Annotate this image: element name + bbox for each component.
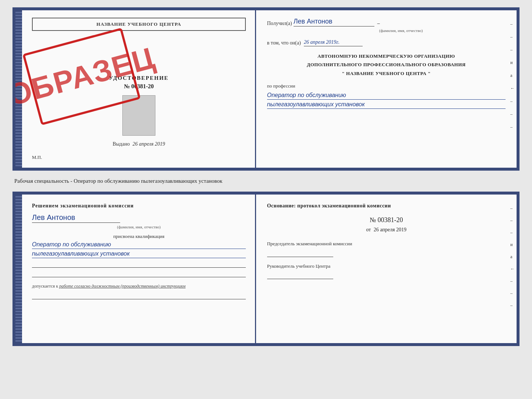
dash-arrow: ← (510, 86, 515, 91)
organization-block: АВТОНОМНУЮ НЕКОММЕРЧЕСКУЮ ОРГАНИЗАЦИЮ ДО… (267, 52, 506, 78)
udostoverenie-title: УДОСТОВЕРЕНИЕ (32, 75, 246, 81)
poluchil-line: Получил(а) Лев Антонов – (267, 18, 506, 26)
org-line2: ДОПОЛНИТЕЛЬНОГО ПРОФЕССИОНАЛЬНОГО ОБРАЗО… (267, 60, 506, 69)
protocol-number: № 00381-20 (267, 216, 506, 224)
bottom-right: Основание: протокол экзаменационной коми… (256, 195, 517, 343)
dash-ba: а (510, 254, 515, 260)
org-quote-close: " (428, 71, 431, 76)
dash-1: – (510, 21, 515, 27)
dash-6: – (510, 124, 515, 130)
certificate-bottom: Решением экзаменационной комиссии Лев Ан… (12, 192, 520, 346)
school-name-text: НАЗВАНИЕ УЧЕБНОГО ЦЕНТРА (97, 21, 181, 27)
fio-hint-bottom: (фамилия, имя, отчество) (32, 225, 246, 229)
bottom-left: Решением экзаменационной комиссии Лев Ан… (15, 195, 256, 343)
poluchil-dash: – (377, 21, 380, 26)
org-name: НАЗВАНИЕ УЧЕБНОГО ЦЕНТРА (346, 71, 427, 76)
vydano-label: Выдано (113, 141, 130, 147)
predsedatel-signature-line (267, 250, 333, 257)
rukovoditel-block: Руководитель учебного Центра (267, 263, 506, 279)
poluchil-label: Получил(а) (267, 21, 292, 26)
ot-prefix: от (366, 227, 371, 232)
border-strip-left (15, 10, 22, 168)
mp-line: М.П. (32, 154, 246, 160)
fio-hint-top: (фамилия, имя, отчество) (296, 28, 506, 33)
bottom-left-content: Решением экзаменационной комиссии Лев Ан… (32, 202, 246, 299)
blank-line-1 (32, 261, 246, 268)
dash-5: – (510, 111, 515, 117)
dash-b6: – (510, 303, 515, 308)
dash-bi: и (510, 242, 515, 247)
blank-line-2 (32, 271, 246, 277)
document-container: НАЗВАНИЕ УЧЕБНОГО ЦЕНТРА ОБРАЗЕЦ УДОСТОВ… (12, 7, 520, 346)
dopuskaetsya-label: допускается к (32, 284, 58, 289)
dash-4: – (510, 99, 515, 104)
dash-b3: – (510, 230, 515, 235)
dash-b1: – (510, 206, 515, 211)
udostoverenie-number: № 00381-20 (32, 83, 246, 90)
dash-barrow: ← (510, 266, 515, 272)
right-dashes-bottom: – – – и а ← – – – (510, 206, 515, 308)
ot-date: от 26 апреля 2019 (267, 227, 506, 233)
certificate-top: НАЗВАНИЕ УЧЕБНОГО ЦЕНТРА ОБРАЗЕЦ УДОСТОВ… (12, 7, 520, 171)
cert-left: НАЗВАНИЕ УЧЕБНОГО ЦЕНТРА ОБРАЗЕЦ УДОСТОВ… (15, 10, 256, 168)
prof-line2: пылегазоулавливающих установок (267, 101, 506, 109)
dopuskaetsya-value: работе согласно должностным (производств… (59, 284, 186, 289)
photo-placeholder (122, 95, 155, 136)
border-strip-bottom-left (15, 195, 22, 343)
dash-2: – (510, 34, 515, 40)
resheniem-text: Решением экзаменационной комиссии (32, 202, 246, 210)
dash-a: а (510, 73, 515, 78)
dash-i: и (510, 60, 515, 65)
ot-date-value: 26 апреля 2019 (374, 227, 406, 232)
predsedatel-block: Председатель экзаменационной комиссии (267, 240, 506, 257)
predsedatel-label: Председатель экзаменационной комиссии (267, 240, 506, 247)
po-professii-label: по профессии (267, 83, 506, 89)
org-quote-open: " (342, 71, 345, 76)
dash-3: – (510, 47, 515, 53)
dopuskaetsya-text: допускается к работе согласно должностны… (32, 283, 246, 290)
poluchil-name: Лев Антонов (294, 18, 374, 26)
school-name-box: НАЗВАНИЕ УЧЕБНОГО ЦЕНТРА (32, 18, 246, 31)
vtom-date: 26 апреля 2019г. (304, 39, 363, 46)
dash-b5: – (510, 291, 515, 296)
cert-right: Получил(а) Лев Антонов – (фамилия, имя, … (256, 10, 517, 168)
vydano-line: Выдано 26 апреля 2019 (32, 141, 246, 147)
dash-b4: – (510, 278, 515, 284)
vydano-date: 26 апреля 2019 (133, 141, 165, 147)
kval-line1: Оператор по обслуживанию (32, 241, 246, 249)
rukovoditel-signature-line (267, 272, 333, 279)
prisvoena-label: присвоена квалификация (32, 234, 246, 239)
prof-line1: Оператор по обслуживанию (267, 92, 506, 100)
kval-line2: пылегазоулавливающих установок (32, 250, 246, 258)
separator-text: Рабочая специальность - Оператор по обсл… (12, 175, 520, 187)
udostoverenie-block: УДОСТОВЕРЕНИЕ № 00381-20 (32, 75, 246, 90)
blank-line-3 (32, 293, 246, 299)
org-line1: АВТОНОМНУЮ НЕКОММЕРЧЕСКУЮ ОРГАНИЗАЦИЮ (267, 52, 506, 60)
org-name-line: " НАЗВАНИЕ УЧЕБНОГО ЦЕНТРА " (267, 69, 506, 78)
right-dashes-top: – – – и а ← – – – (510, 21, 515, 130)
dash-b2: – (510, 218, 515, 223)
person-name-bottom: Лев Антонов (32, 213, 120, 223)
vtom-label: в том, что он(а) (267, 40, 301, 46)
cert-left-content: НАЗВАНИЕ УЧЕБНОГО ЦЕНТРА ОБРАЗЕЦ УДОСТОВ… (32, 18, 246, 160)
rukovoditel-label: Руководитель учебного Центра (267, 263, 506, 270)
osnovanie-text: Основание: протокол экзаменационной коми… (267, 202, 506, 210)
vtom-line: в том, что он(а) 26 апреля 2019г. (267, 39, 506, 46)
